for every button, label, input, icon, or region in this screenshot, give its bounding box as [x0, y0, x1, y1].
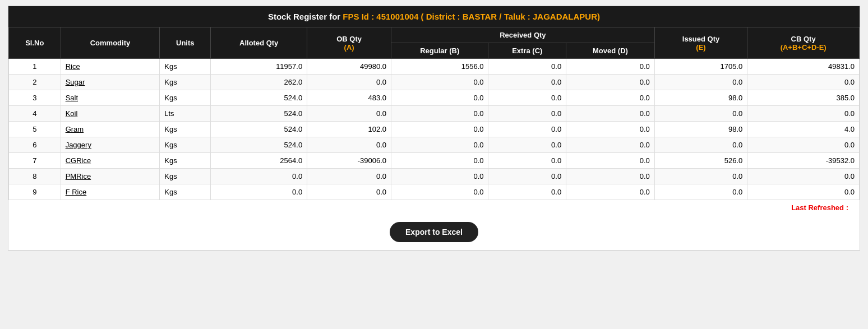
commodity-link[interactable]: Koil [66, 109, 78, 118]
data-cell: -39532.0 [747, 153, 860, 169]
table-body: 1RiceKgs11957.049980.01556.00.00.01705.0… [9, 59, 860, 200]
data-cell: 0.0 [654, 184, 747, 200]
data-cell: 0.0 [566, 137, 655, 153]
title-bar: Stock Register for FPS Id : 451001004 ( … [8, 6, 860, 27]
data-cell: 0.0 [307, 75, 391, 90]
data-cell: 5 [9, 122, 61, 137]
commodity-cell[interactable]: Jaggery [61, 137, 160, 153]
data-cell: 524.0 [211, 90, 307, 106]
stock-table: Sl.No Commodity Units Alloted Qty OB Qty… [8, 27, 860, 200]
col-header-alloted: Alloted Qty [211, 27, 307, 59]
col-header-ob: OB Qty (A) [307, 27, 391, 59]
data-cell: 0.0 [391, 106, 488, 122]
data-cell: 4 [9, 106, 61, 122]
col-header-slno: Sl.No [9, 27, 61, 59]
data-cell: 1705.0 [654, 59, 747, 75]
data-cell: Kgs [160, 137, 211, 153]
commodity-cell[interactable]: Rice [61, 59, 160, 75]
commodity-link[interactable]: Salt [66, 94, 78, 102]
data-cell: 0.0 [391, 90, 488, 106]
commodity-link[interactable]: Gram [66, 125, 84, 133]
data-cell: 0.0 [654, 75, 747, 90]
data-cell: 0.0 [566, 75, 655, 90]
data-cell: 49831.0 [747, 59, 860, 75]
commodity-link[interactable]: Rice [66, 62, 80, 71]
data-cell: 0.0 [211, 169, 307, 184]
data-cell: -39006.0 [307, 153, 391, 169]
commodity-cell[interactable]: F Rice [61, 184, 160, 200]
commodity-cell[interactable]: Salt [61, 90, 160, 106]
data-cell: 0.0 [391, 153, 488, 169]
data-cell: 0.0 [488, 75, 566, 90]
data-cell: 0.0 [566, 59, 655, 75]
data-cell: 385.0 [747, 90, 860, 106]
data-cell: 0.0 [488, 153, 566, 169]
data-cell: 11957.0 [211, 59, 307, 75]
data-cell: 0.0 [747, 106, 860, 122]
commodity-link[interactable]: Sugar [66, 78, 85, 86]
data-cell: 524.0 [211, 122, 307, 137]
data-cell: 483.0 [307, 90, 391, 106]
col-header-cb: CB Qty (A+B+C+D-E) [747, 27, 860, 59]
data-cell: 0.0 [747, 137, 860, 153]
data-cell: 0.0 [391, 122, 488, 137]
data-cell: 9 [9, 184, 61, 200]
data-cell: 1556.0 [391, 59, 488, 75]
title-fps: FPS Id : 451001004 ( District : BASTAR /… [343, 12, 600, 21]
data-cell: 7 [9, 153, 61, 169]
export-to-excel-button[interactable]: Export to Excel [390, 222, 478, 242]
commodity-cell[interactable]: Koil [61, 106, 160, 122]
data-cell: 524.0 [211, 137, 307, 153]
data-cell: 0.0 [747, 184, 860, 200]
data-cell: Kgs [160, 122, 211, 137]
data-cell: 262.0 [211, 75, 307, 90]
commodity-link[interactable]: PMRice [66, 172, 91, 180]
commodity-cell[interactable]: Sugar [61, 75, 160, 90]
data-cell: 0.0 [391, 137, 488, 153]
data-cell: 102.0 [307, 122, 391, 137]
data-cell: 0.0 [488, 184, 566, 200]
data-cell: 98.0 [654, 122, 747, 137]
data-cell: 2564.0 [211, 153, 307, 169]
data-cell: Kgs [160, 90, 211, 106]
commodity-link[interactable]: F Rice [66, 188, 87, 196]
data-cell: Kgs [160, 153, 211, 169]
table-row: 4KoilLts524.00.00.00.00.00.00.0 [9, 106, 860, 122]
commodity-link[interactable]: CGRice [66, 156, 91, 165]
table-row: 3SaltKgs524.0483.00.00.00.098.0385.0 [9, 90, 860, 106]
data-cell: 0.0 [747, 75, 860, 90]
data-cell: 0.0 [391, 75, 488, 90]
data-cell: 8 [9, 169, 61, 184]
data-cell: 6 [9, 137, 61, 153]
data-cell: 0.0 [211, 184, 307, 200]
commodity-cell[interactable]: CGRice [61, 153, 160, 169]
data-cell: Kgs [160, 75, 211, 90]
stock-register-container: Stock Register for FPS Id : 451001004 ( … [8, 6, 860, 251]
col-header-received: Received Qty [391, 27, 655, 43]
data-cell: 98.0 [654, 90, 747, 106]
table-row: 8PMRiceKgs0.00.00.00.00.00.00.0 [9, 169, 860, 184]
data-cell: 0.0 [307, 137, 391, 153]
data-cell: 3 [9, 90, 61, 106]
data-cell: Kgs [160, 169, 211, 184]
commodity-cell[interactable]: Gram [61, 122, 160, 137]
data-cell: 0.0 [566, 106, 655, 122]
data-cell: 0.0 [488, 106, 566, 122]
col-header-regular: Regular (B) [391, 43, 488, 59]
col-header-extra: Extra (C) [488, 43, 566, 59]
data-cell: 0.0 [747, 169, 860, 184]
table-row: 9F RiceKgs0.00.00.00.00.00.00.0 [9, 184, 860, 200]
commodity-link[interactable]: Jaggery [66, 141, 91, 149]
data-cell: 0.0 [566, 169, 655, 184]
data-cell: 0.0 [307, 106, 391, 122]
table-row: 1RiceKgs11957.049980.01556.00.00.01705.0… [9, 59, 860, 75]
data-cell: 49980.0 [307, 59, 391, 75]
data-cell: 0.0 [391, 169, 488, 184]
col-header-commodity: Commodity [61, 27, 160, 59]
data-cell: 1 [9, 59, 61, 75]
commodity-cell[interactable]: PMRice [61, 169, 160, 184]
data-cell: Kgs [160, 59, 211, 75]
data-cell: 524.0 [211, 106, 307, 122]
data-cell: 0.0 [307, 169, 391, 184]
data-cell: 0.0 [488, 90, 566, 106]
